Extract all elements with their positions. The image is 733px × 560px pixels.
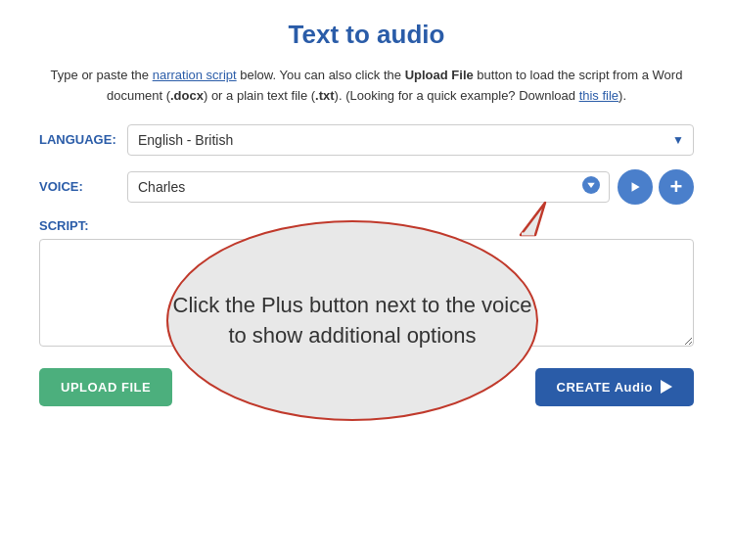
- bubble-tail-svg: [491, 201, 550, 235]
- language-row: LANGUAGE: English - British ▼: [39, 124, 694, 156]
- tooltip-text: Click the Plus button next to the voice …: [168, 291, 536, 351]
- voice-select-wrapper: Charles: [127, 171, 610, 203]
- tooltip-bubble-wrapper: Click the Plus button next to the voice …: [166, 201, 568, 426]
- play-voice-button[interactable]: [618, 169, 653, 205]
- language-select[interactable]: English - British: [127, 124, 694, 156]
- narration-script-link[interactable]: narration script: [153, 68, 237, 82]
- description-text: Type or paste the narration script below…: [39, 66, 694, 107]
- voice-select[interactable]: Charles: [127, 171, 610, 203]
- upload-file-button[interactable]: UPLOAD FILE: [39, 368, 172, 406]
- voice-row: VOICE: Charles +: [39, 169, 694, 205]
- language-select-wrapper: English - British ▼: [127, 124, 694, 156]
- create-play-icon: [661, 380, 672, 394]
- plus-options-button[interactable]: +: [659, 169, 694, 205]
- voice-label: VOICE:: [39, 179, 127, 194]
- tooltip-bubble-ellipse: Click the Plus button next to the voice …: [166, 220, 538, 421]
- page-title: Text to audio: [39, 20, 694, 50]
- voice-action-buttons: +: [618, 169, 694, 205]
- language-label: LANGUAGE:: [39, 132, 127, 147]
- this-file-link[interactable]: this file: [579, 88, 618, 103]
- svg-marker-3: [521, 203, 545, 235]
- svg-marker-2: [632, 182, 640, 191]
- page-container: Text to audio Type or paste the narratio…: [0, 0, 733, 560]
